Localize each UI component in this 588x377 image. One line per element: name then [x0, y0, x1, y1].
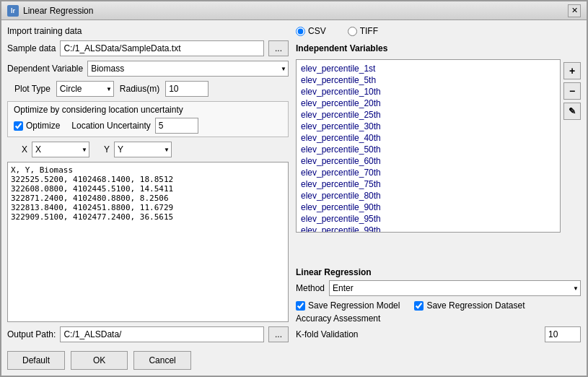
linear-regression-dialog: lr Linear Regression ✕ Import training d…: [0, 0, 588, 377]
edit-variable-button[interactable]: ✎: [563, 103, 581, 120]
method-select[interactable]: Enter Stepwise Forward Backward: [329, 280, 581, 296]
x-label: X: [22, 144, 27, 155]
radius-label: Radius(m): [120, 84, 159, 94]
location-uncertainty-input[interactable]: [155, 118, 198, 134]
method-label: Method: [296, 283, 325, 293]
save-model-label[interactable]: Save Regression Model: [296, 300, 400, 311]
list-item[interactable]: elev_percentile_20th: [299, 98, 557, 109]
optimize-section-label: Optimize by considering location uncerta…: [14, 105, 282, 115]
default-button[interactable]: Default: [7, 351, 65, 370]
y-select[interactable]: Y: [114, 142, 172, 157]
import-label: Import training data: [7, 26, 289, 36]
location-uncertainty-label: Location Uncertainty: [71, 121, 150, 131]
y-label: Y: [104, 144, 110, 155]
output-browse-button[interactable]: ...: [268, 326, 289, 342]
remove-variable-button[interactable]: −: [563, 82, 581, 100]
format-radio-row: CSV TIFF: [296, 26, 581, 36]
app-icon: lr: [7, 5, 19, 17]
dependent-var-select-container: Biomass ▼: [87, 61, 289, 77]
radius-input[interactable]: [165, 81, 209, 97]
lr-section-title: Linear Regression: [296, 267, 581, 277]
y-select-container: Y ▼: [114, 142, 172, 157]
sample-browse-button[interactable]: ...: [268, 40, 289, 56]
optimize-checkbox[interactable]: [14, 121, 23, 131]
accuracy-label: Accuracy Assessment: [296, 313, 581, 324]
list-item[interactable]: elev_percentile_25th: [299, 109, 557, 121]
x-item: X X ▼: [22, 142, 89, 157]
sample-data-input[interactable]: [60, 40, 264, 56]
left-panel: Import training data Sample data ... Dep…: [7, 26, 289, 342]
list-item[interactable]: elev_percentile_60th: [299, 155, 557, 167]
independent-vars-label: Independent Variables: [296, 43, 581, 53]
save-regression-dataset-checkbox[interactable]: [414, 301, 424, 311]
output-path-input[interactable]: [60, 326, 264, 342]
method-row: Method Enter Stepwise Forward Backward ▼: [296, 280, 581, 296]
x-select-container: X ▼: [32, 142, 89, 157]
add-variable-button[interactable]: +: [563, 62, 581, 79]
tiff-radio[interactable]: [348, 27, 357, 36]
accuracy-row: K-fold Validation: [296, 326, 581, 342]
list-item[interactable]: elev_percentile_40th: [299, 132, 557, 144]
y-item: Y Y ▼: [104, 142, 172, 157]
list-item[interactable]: elev_percentile_80th: [299, 190, 557, 202]
dialog-title: Linear Regression: [23, 6, 93, 16]
optimize-section: Optimize by considering location uncerta…: [7, 101, 289, 137]
list-item[interactable]: elev_percentile_70th: [299, 167, 557, 178]
sample-data-row: Sample data ...: [7, 40, 289, 56]
list-item[interactable]: elev_percentile_75th: [299, 178, 557, 190]
list-item[interactable]: elev_percentile_95th: [299, 213, 557, 225]
cancel-button[interactable]: Cancel: [133, 351, 190, 370]
list-item[interactable]: elev_percentile_30th: [299, 121, 557, 132]
plot-type-row: Plot Type Circle ▼ Radius(m): [7, 81, 289, 97]
csv-radio[interactable]: [296, 27, 305, 36]
output-row: Output Path: ...: [7, 326, 289, 342]
save-regression-model-checkbox[interactable]: [296, 301, 305, 311]
xy-row: X X ▼ Y Y ▼: [7, 142, 289, 157]
vars-container: elev_percentile_1stelev_percentile_5thel…: [296, 59, 581, 260]
output-path-label: Output Path:: [7, 329, 56, 339]
kfold-input[interactable]: [545, 326, 581, 342]
data-preview: X, Y, Biomass 322525.5200, 4102468.1400,…: [7, 162, 289, 322]
bottom-buttons: Default OK Cancel: [1, 348, 587, 376]
title-bar: lr Linear Regression ✕: [1, 1, 587, 20]
list-item[interactable]: elev_percentile_5th: [299, 74, 557, 86]
csv-radio-label[interactable]: CSV: [296, 26, 326, 36]
vars-list: elev_percentile_1stelev_percentile_5thel…: [296, 59, 561, 233]
vars-buttons: + − ✎: [563, 59, 581, 260]
right-panel: CSV TIFF Independent Variables elev_perc…: [296, 26, 581, 342]
method-select-container: Enter Stepwise Forward Backward ▼: [329, 280, 581, 296]
list-item[interactable]: elev_percentile_99th: [299, 225, 557, 233]
optimize-row: Optimize Location Uncertainty: [14, 118, 282, 134]
dependent-var-select[interactable]: Biomass: [87, 61, 289, 77]
plot-type-label: Plot Type: [14, 84, 51, 94]
dependent-var-row: Dependent Variable Biomass ▼: [7, 61, 289, 77]
optimize-checkbox-label[interactable]: Optimize: [14, 121, 60, 131]
list-item[interactable]: elev_percentile_10th: [299, 86, 557, 98]
sample-data-label: Sample data: [7, 43, 56, 53]
plot-type-select-container: Circle ▼: [56, 81, 114, 97]
save-row: Save Regression Model Save Regression Da…: [296, 300, 581, 311]
save-dataset-label[interactable]: Save Regression Dataset: [414, 300, 525, 311]
x-select[interactable]: X: [32, 142, 89, 157]
list-item[interactable]: elev_percentile_1st: [299, 63, 557, 74]
list-item[interactable]: elev_percentile_90th: [299, 202, 557, 213]
dependent-var-label: Dependent Variable: [7, 64, 83, 74]
close-button[interactable]: ✕: [568, 4, 581, 17]
dialog-body: Import training data Sample data ... Dep…: [1, 20, 587, 348]
plot-type-select[interactable]: Circle: [56, 81, 114, 97]
title-bar-left: lr Linear Regression: [7, 5, 93, 17]
kfold-label: K-fold Validation: [296, 329, 359, 339]
lr-section: Linear Regression Method Enter Stepwise …: [296, 267, 581, 342]
ok-button[interactable]: OK: [71, 351, 128, 370]
list-item[interactable]: elev_percentile_50th: [299, 144, 557, 155]
tiff-radio-label[interactable]: TIFF: [348, 26, 378, 36]
